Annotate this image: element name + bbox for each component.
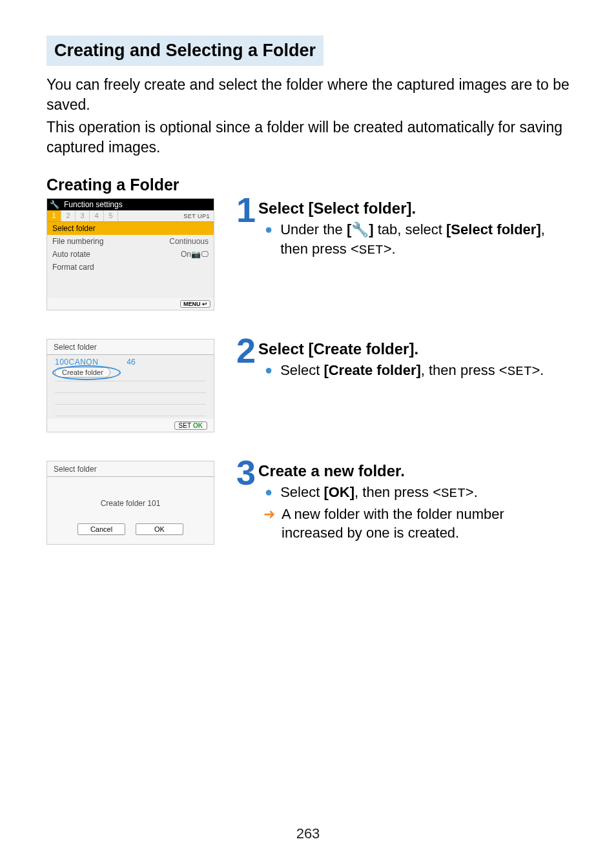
- tab-5: 5: [104, 210, 118, 221]
- menu-item-file-numbering: File numbering Continuous: [47, 235, 214, 248]
- step-2-bullet: ● Select [Create folder], then press <SE…: [258, 361, 570, 381]
- function-settings-title: Function settings: [61, 200, 123, 209]
- tab-3: 3: [76, 210, 90, 221]
- page-number: 263: [0, 825, 616, 842]
- tab-1: 1: [47, 210, 61, 221]
- step-number-2: 2: [236, 335, 256, 367]
- folder-count: 46: [127, 358, 135, 367]
- set-ok-button: SETOK: [174, 421, 207, 430]
- menu-value: On📷🖵: [181, 250, 209, 259]
- step-1-title: Select [Select folder].: [258, 199, 570, 217]
- step-3-bullet-2: ➜ A new folder with the folder number in…: [258, 505, 570, 543]
- bullet-icon: ●: [265, 483, 272, 503]
- ok-button: OK: [136, 523, 183, 535]
- arrow-icon: ➜: [263, 505, 275, 543]
- step-1-bullet: ● Under the [🔧] tab, select [Select fold…: [258, 220, 570, 259]
- dialog-header: Select folder: [47, 461, 214, 477]
- empty-row: [55, 405, 206, 416]
- menu-label: Select folder: [52, 224, 96, 233]
- intro-para-2: This operation is optional since a folde…: [46, 117, 570, 157]
- step-3-bullet-1: ● Select [OK], then press <SET>.: [258, 483, 570, 503]
- dialog-message: Create folder 101: [47, 477, 214, 523]
- wrench-icon: 🔧: [47, 200, 61, 209]
- select-folder-header: Select folder: [47, 339, 214, 355]
- menu-label: Auto rotate: [52, 250, 90, 259]
- menu-label: Format card: [52, 263, 94, 272]
- create-folder-option: Create folder: [55, 367, 110, 378]
- step-1: 🔧 Function settings 1 2 3 4 5 SET UP1 Se…: [46, 198, 570, 310]
- tab-4: 4: [90, 210, 104, 221]
- bullet-icon: ●: [265, 361, 272, 381]
- intro-block: You can freely create and select the fol…: [46, 75, 570, 157]
- screenshot-create-folder-dialog: Select folder Create folder 101 Cancel O…: [46, 461, 214, 545]
- intro-para-1: You can freely create and select the fol…: [46, 75, 570, 115]
- menu-label: File numbering: [52, 237, 103, 246]
- tab-2: 2: [61, 210, 76, 221]
- menu-value: Continuous: [169, 237, 209, 246]
- bullet-icon: ●: [265, 220, 272, 259]
- step-2: Select folder 100CANON 46 Create folder: [46, 339, 570, 432]
- step-number-3: 3: [236, 457, 256, 489]
- step-2-title: Select [Create folder].: [258, 340, 570, 358]
- tab-bar: 1 2 3 4 5 SET UP1: [47, 210, 214, 222]
- menu-item-format-card: Format card: [47, 261, 214, 274]
- section-heading: Creating and Selecting a Folder: [46, 35, 323, 66]
- setup-label: SET UP1: [183, 213, 210, 219]
- menu-back-button: MENU ↩: [180, 300, 210, 308]
- sub-heading: Creating a Folder: [46, 176, 570, 194]
- folder-name: 100CANON: [55, 358, 98, 367]
- screenshot-select-folder-list: Select folder 100CANON 46 Create folder: [46, 339, 214, 432]
- step-3-title: Create a new folder.: [258, 462, 570, 480]
- menu-item-select-folder: Select folder: [47, 222, 214, 235]
- cancel-button: Cancel: [77, 523, 125, 535]
- step-number-1: 1: [236, 194, 256, 226]
- empty-row: [55, 381, 206, 393]
- step-3: Select folder Create folder 101 Cancel O…: [46, 461, 570, 545]
- menu-item-auto-rotate: Auto rotate On📷🖵: [47, 248, 214, 261]
- empty-row: [55, 393, 206, 405]
- screenshot-function-settings: 🔧 Function settings 1 2 3 4 5 SET UP1 Se…: [46, 198, 214, 310]
